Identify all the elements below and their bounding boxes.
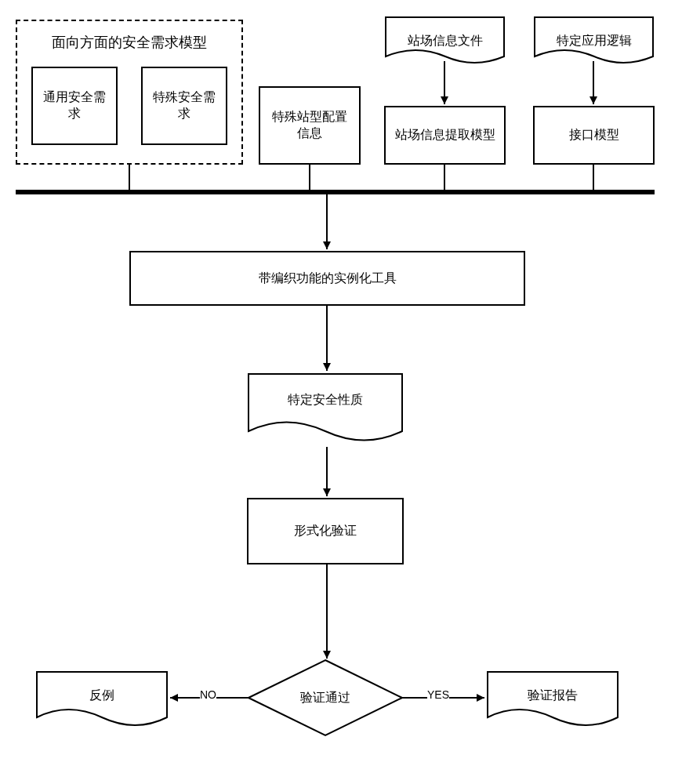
counterexample-doc: 反例 (35, 670, 169, 729)
instantiation-tool-box: 带编织功能的实例化工具 (129, 251, 525, 306)
formal-verification-label: 形式化验证 (294, 523, 357, 539)
verification-report-doc: 验证报告 (486, 670, 619, 729)
special-safety-req-box: 特殊安全需求 (141, 67, 227, 145)
formal-verification-box: 形式化验证 (247, 498, 404, 564)
special-req-label: 特殊安全需求 (149, 89, 219, 122)
station-info-file-doc: 站场信息文件 (384, 16, 506, 67)
special-station-config-box: 特殊站型配置信息 (259, 86, 361, 165)
yes-label: YES (427, 688, 449, 701)
interface-model-box: 接口模型 (533, 106, 655, 165)
group-title: 面向方面的安全需求模型 (52, 33, 207, 52)
station-info-file-label: 站场信息文件 (408, 33, 483, 49)
interface-model-label: 接口模型 (569, 127, 619, 143)
station-extract-model-box: 站场信息提取模型 (384, 106, 506, 165)
general-safety-req-box: 通用安全需求 (31, 67, 118, 145)
station-extract-model-label: 站场信息提取模型 (395, 127, 495, 143)
verification-passed-diamond: 验证通过 (247, 659, 404, 737)
verification-passed-label: 验证通过 (300, 690, 350, 706)
no-label: NO (200, 688, 216, 701)
verification-report-label: 验证报告 (528, 688, 578, 704)
counterexample-label: 反例 (89, 688, 114, 704)
specific-app-logic-label: 特定应用逻辑 (557, 33, 632, 49)
special-station-config-label: 特殊站型配置信息 (267, 109, 353, 142)
specific-app-logic-doc: 特定应用逻辑 (533, 16, 655, 67)
general-req-label: 通用安全需求 (39, 89, 110, 122)
instantiation-tool-label: 带编织功能的实例化工具 (259, 270, 397, 287)
specific-safety-property-label: 特定安全性质 (288, 392, 363, 408)
specific-safety-property-doc: 特定安全性质 (247, 372, 404, 443)
